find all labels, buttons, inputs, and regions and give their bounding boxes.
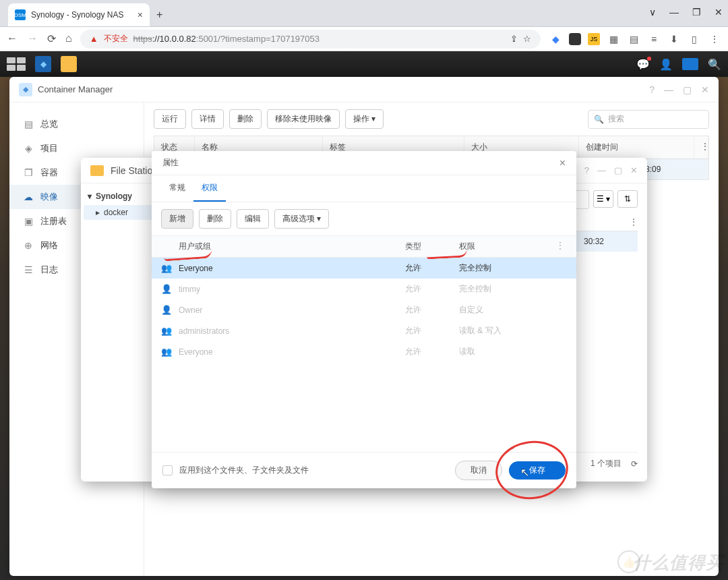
detail-button[interactable]: 详情 [191, 109, 224, 129]
properties-dialog: 属性 × 常规 权限 新增 删除 编辑 高级选项 ▾ 用户或组 类型 权限 ⋮ … [152, 151, 576, 488]
file-station-task-icon[interactable] [61, 56, 77, 72]
save-button[interactable]: 保存 [509, 461, 566, 480]
layers-icon: ◈ [23, 143, 34, 154]
help-icon[interactable]: ? [584, 165, 589, 175]
tab-general[interactable]: 常规 [161, 175, 193, 202]
col-type[interactable]: 类型 [405, 241, 459, 252]
apply-recursive-label: 应用到这个文件夹、子文件夹及文件 [179, 465, 309, 476]
permission-row[interactable]: 👥 Everyone 允许 读取 [152, 341, 576, 362]
group-icon: 👥 [161, 263, 172, 273]
widget-icon[interactable] [682, 58, 698, 70]
user-icon: 👤 [161, 284, 172, 294]
search-icon[interactable]: 🔍 [708, 58, 721, 71]
add-button[interactable]: 新增 [161, 209, 193, 229]
sidebar-item-project[interactable]: ◈项目 [9, 136, 144, 161]
bookmark-star-icon[interactable]: ☆ [523, 34, 531, 44]
delete-button[interactable]: 删除 [199, 209, 231, 229]
advanced-dropdown[interactable]: 高级选项 ▾ [274, 209, 329, 229]
apply-recursive-checkbox[interactable] [162, 465, 173, 475]
delete-unused-button[interactable]: 移除未使用映像 [267, 109, 340, 129]
tab-close-icon[interactable]: × [138, 9, 143, 20]
cancel-button[interactable]: 取消 [455, 461, 502, 480]
sidebar-item-overview[interactable]: ▤总览 [9, 112, 144, 136]
extension-icon[interactable]: ≡ [647, 32, 661, 46]
sort-icon[interactable]: ⇅ [617, 190, 638, 208]
refresh-icon[interactable]: ⟳ [631, 459, 638, 469]
window-maximize-icon[interactable]: ▢ [614, 165, 622, 175]
window-restore-icon[interactable]: ❐ [692, 7, 701, 18]
window-close-icon[interactable]: ✕ [701, 84, 709, 95]
window-close-icon[interactable]: ✕ [630, 165, 638, 175]
group-icon: 👥 [161, 347, 172, 357]
browser-titlebar: DSM Synology - Synology NAS × + ∨ — ❐ ✕ [0, 0, 728, 27]
list-view-icon[interactable]: ☰ ▾ [593, 190, 613, 208]
cube-icon: ❐ [23, 167, 34, 178]
watermark-text: 什么值得买 [633, 551, 724, 575]
permission-row[interactable]: 👤 timmy 允许 完全控制 [152, 279, 576, 299]
notification-icon[interactable]: 💬 [636, 58, 650, 71]
dsm-launcher-icon[interactable] [7, 57, 26, 71]
nav-back-icon[interactable]: ← [7, 32, 18, 45]
extension-js-icon[interactable]: JS [588, 33, 600, 45]
col-user[interactable]: 用户或组 [179, 241, 405, 252]
search-input[interactable]: 🔍 搜索 [588, 110, 709, 129]
user-icon: 👤 [161, 305, 172, 315]
extension-icon[interactable]: ▤ [627, 32, 640, 46]
fs-title: File Station [111, 165, 158, 176]
browser-tab[interactable]: DSM Synology - Synology NAS × [8, 3, 150, 26]
container-manager-icon: ◆ [19, 83, 32, 96]
col-permission[interactable]: 权限 [459, 241, 553, 252]
group-icon: 👥 [161, 326, 172, 336]
window-close-icon[interactable]: ✕ [715, 7, 723, 18]
browser-toolbar: ← → ⟳ ⌂ ▲ 不安全 https://10.0.0.82:5001/?ti… [0, 27, 728, 51]
container-manager-task-icon[interactable]: ◆ [35, 56, 51, 72]
tree-root[interactable]: ▾Synology [84, 189, 158, 204]
kebab-icon[interactable]: ⋮ [694, 136, 708, 158]
tree-item-docker[interactable]: ▸docker [84, 205, 158, 220]
extension-icon[interactable]: ◆ [549, 32, 562, 46]
permission-row[interactable]: 👥 Everyone 允许 完全控制 [152, 258, 576, 279]
fs-tree: ▾Synology ▸docker [81, 183, 162, 482]
delete-button[interactable]: 删除 [229, 109, 262, 129]
panel-icon[interactable]: ▯ [688, 32, 701, 46]
run-button[interactable]: 运行 [154, 109, 186, 129]
user-icon[interactable]: 👤 [659, 58, 673, 71]
list-icon: ☰ [23, 264, 34, 275]
synology-favicon: DSM [15, 9, 26, 20]
window-minimize-icon[interactable]: — [597, 165, 606, 175]
window-minimize-icon[interactable]: — [669, 7, 679, 18]
extension-icon[interactable]: ▦ [607, 32, 620, 46]
extension-icon[interactable] [569, 33, 581, 45]
nav-home-icon[interactable]: ⌂ [65, 32, 72, 45]
item-count: 1 个项目 [590, 458, 621, 469]
browser-menu-icon[interactable]: ⋮ [708, 32, 721, 46]
edit-button[interactable]: 编辑 [237, 209, 269, 229]
kebab-icon[interactable]: ⋮ [553, 241, 567, 252]
chevron-down-icon[interactable]: ∨ [649, 7, 656, 18]
permission-row[interactable]: 👥 administrators 允许 读取 & 写入 [152, 320, 576, 341]
new-tab-button[interactable]: + [156, 9, 162, 21]
url-bar[interactable]: ▲ 不安全 https://10.0.0.82:5001/?timestamp=… [80, 30, 541, 49]
bookmark-icon: ▣ [23, 216, 34, 227]
folder-icon [90, 165, 104, 176]
help-icon[interactable]: ? [649, 84, 655, 95]
tab-title: Synology - Synology NAS [31, 10, 123, 20]
cm-title: Container Manager [38, 84, 113, 94]
dashboard-icon: ▤ [23, 119, 34, 129]
window-minimize-icon[interactable]: — [664, 84, 673, 95]
cm-titlebar: ◆ Container Manager ? — ▢ ✕ [9, 77, 719, 103]
close-icon[interactable]: × [559, 157, 566, 169]
permission-row[interactable]: 👤 Owner 允许 自定义 [152, 299, 576, 320]
window-controls: ∨ — ❐ ✕ [649, 7, 723, 18]
dsm-taskbar: ◆ 💬 👤 🔍 [0, 51, 728, 77]
download-icon[interactable]: ⬇ [667, 32, 681, 46]
window-maximize-icon[interactable]: ▢ [683, 84, 692, 95]
tab-permission[interactable]: 权限 [193, 175, 226, 202]
nav-reload-icon[interactable]: ⟳ [47, 32, 56, 45]
operation-dropdown[interactable]: 操作 ▾ [345, 109, 384, 129]
chevron-right-icon: ▸ [96, 208, 100, 217]
not-secure-label: 不安全 [104, 33, 128, 45]
share-icon[interactable]: ⇪ [510, 34, 518, 44]
nav-forward-icon[interactable]: → [27, 32, 38, 45]
kebab-icon[interactable]: ⋮ [584, 217, 638, 227]
